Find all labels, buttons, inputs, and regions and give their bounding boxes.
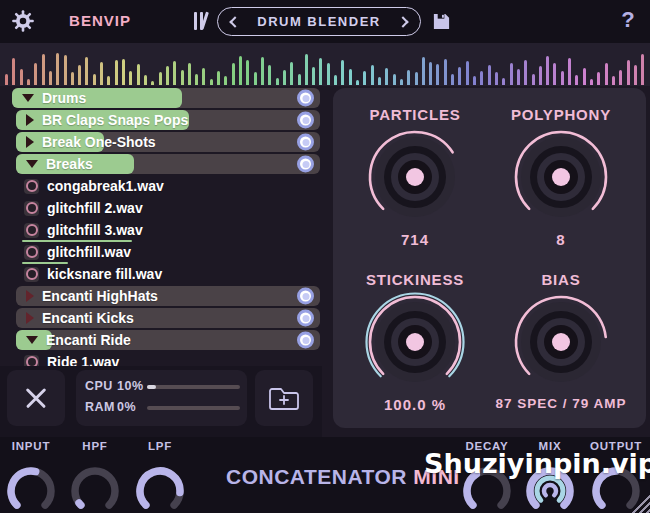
folder-label: Drums	[42, 90, 86, 106]
chevron-left-icon[interactable]	[229, 16, 240, 27]
spectrum-bar	[539, 66, 542, 85]
polyphony-knob[interactable]	[506, 122, 616, 232]
spectrum-bar	[583, 68, 586, 85]
spectrum-bar	[137, 64, 140, 85]
spectrum-bar	[12, 58, 15, 85]
sample-file-icon	[24, 267, 39, 282]
browser-toggle-icon[interactable]	[192, 12, 214, 30]
spectrum-bar	[429, 62, 432, 85]
spectrum-bar	[436, 64, 439, 85]
spectrum-bar	[612, 76, 615, 85]
spectrum-bar	[473, 76, 476, 85]
spectrum-bar	[319, 58, 322, 85]
sample-radio-button[interactable]	[297, 332, 314, 349]
folder-row[interactable]: Encanti HighHats	[16, 286, 320, 306]
sample-browser: DrumsBR Claps Snaps PopsBreak One-ShotsB…	[4, 88, 320, 366]
folder-row[interactable]: Break One-Shots	[16, 132, 320, 152]
expand-toggle-icon[interactable]	[26, 336, 38, 344]
bottom-bar: INPUT HPF LPF DECAY MIX OUTPUT CONCATENA…	[0, 437, 650, 513]
preset-selector[interactable]: DRUM BLENDER	[217, 7, 421, 36]
lpf-knob[interactable]	[133, 464, 187, 513]
cpu-label: CPU	[85, 379, 113, 393]
spectrum-bar	[210, 79, 213, 85]
spectrum-bar	[590, 79, 593, 85]
spectrum-bar	[115, 60, 118, 85]
spectrum-bar	[268, 65, 271, 85]
spectrum-bar	[232, 63, 235, 85]
help-button[interactable]: ?	[615, 7, 641, 33]
save-preset-button[interactable]	[432, 12, 451, 31]
expand-toggle-icon[interactable]	[26, 290, 34, 302]
spectrum-bar	[239, 56, 242, 85]
sample-progress-underline	[22, 240, 132, 243]
sample-file-icon	[24, 179, 39, 194]
cpu-meter-fill	[147, 385, 156, 389]
folder-row[interactable]: Drums	[12, 88, 320, 108]
settings-button[interactable]	[10, 8, 36, 34]
spectrum-bar	[385, 68, 388, 85]
file-row[interactable]: glitchfill 2.wav	[24, 198, 320, 218]
expand-toggle-icon[interactable]	[26, 114, 34, 126]
sample-radio-button[interactable]	[297, 288, 314, 305]
sample-radio-button[interactable]	[297, 156, 314, 173]
sample-radio-button[interactable]	[297, 134, 314, 151]
input-knob[interactable]	[4, 464, 58, 513]
clear-samples-button[interactable]	[7, 370, 65, 426]
spectrum-bar	[85, 57, 88, 85]
add-folder-button[interactable]	[255, 370, 313, 426]
folder-label: Encanti HighHats	[42, 288, 158, 304]
spectrum-bar	[546, 56, 549, 85]
file-row[interactable]: glitchfill.wav	[24, 242, 320, 262]
folder-row[interactable]: Breaks	[16, 154, 320, 174]
stickiness-knob[interactable]	[360, 287, 470, 397]
spectrum-bar	[510, 63, 513, 85]
spectrum-display	[0, 43, 650, 86]
spectrum-bar	[254, 72, 257, 85]
spectrum-bar	[619, 70, 622, 85]
expand-toggle-icon[interactable]	[26, 312, 34, 324]
bias-value: 87 SPEC / 79 AMP	[479, 396, 643, 411]
folder-row[interactable]: Encanti Ride	[16, 330, 320, 350]
expand-toggle-icon[interactable]	[22, 94, 34, 102]
spectrum-bar	[641, 54, 644, 85]
spectrum-bar	[56, 53, 59, 85]
file-row[interactable]: glitchfill 3.wav	[24, 220, 320, 240]
spectrum-bar	[34, 63, 37, 85]
folder-plus-icon	[268, 385, 300, 411]
spectrum-bar	[100, 62, 103, 85]
lpf-label: LPF	[120, 440, 200, 452]
spectrum-bar	[305, 54, 308, 85]
sample-progress-underline	[22, 262, 68, 265]
top-bar: BENVIP DRUM BLENDER ?	[0, 0, 650, 43]
preset-name[interactable]: DRUM BLENDER	[257, 14, 380, 29]
brand-logo: BENVIP	[58, 12, 142, 29]
folder-label: Breaks	[46, 156, 93, 172]
hpf-knob[interactable]	[68, 464, 122, 513]
folder-row[interactable]: BR Claps Snaps Pops	[16, 110, 320, 130]
spectrum-bar	[290, 62, 293, 85]
spectrum-bar	[627, 60, 630, 85]
file-row[interactable]: Ride 1.wav	[24, 352, 320, 366]
spectrum-bar	[144, 75, 147, 85]
spectrum-bar	[217, 71, 220, 85]
file-label: congabreak1.wav	[47, 178, 164, 194]
spectrum-bar	[356, 80, 359, 85]
spectrum-bar	[517, 69, 520, 85]
particles-knob[interactable]	[360, 122, 470, 232]
folder-row[interactable]: Encanti Kicks	[16, 308, 320, 328]
chevron-right-icon[interactable]	[397, 16, 408, 27]
file-row[interactable]: kicksnare fill.wav	[24, 264, 320, 284]
spectrum-bar	[327, 63, 330, 85]
sample-radio-button[interactable]	[297, 310, 314, 327]
ram-value: 0%	[117, 400, 136, 414]
spectrum-bar	[371, 65, 374, 85]
bias-knob[interactable]	[506, 287, 616, 397]
expand-toggle-icon[interactable]	[26, 160, 38, 168]
spectrum-bar	[334, 75, 337, 85]
spectrum-bar	[363, 71, 366, 85]
expand-toggle-icon[interactable]	[26, 136, 34, 148]
spectrum-bar	[634, 65, 637, 85]
sample-radio-button[interactable]	[297, 90, 314, 107]
sample-radio-button[interactable]	[297, 112, 314, 129]
file-row[interactable]: congabreak1.wav	[24, 176, 320, 196]
